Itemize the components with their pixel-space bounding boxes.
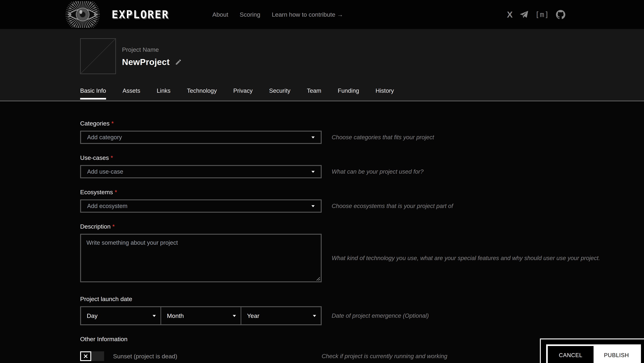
day-value: Day bbox=[87, 312, 98, 319]
resize-handle-icon[interactable] bbox=[316, 276, 320, 281]
toggle-x-icon bbox=[80, 351, 91, 361]
sunset-toggle[interactable] bbox=[80, 351, 104, 361]
basic-info-form: Categories* Add category Choose categori… bbox=[0, 101, 644, 361]
launch-date-row: Project launch date Day Month Year Date … bbox=[80, 295, 644, 325]
main-nav: About Scoring Learn how to contribute → bbox=[212, 11, 343, 18]
description-textarea-wrap bbox=[80, 234, 322, 282]
ecosystems-select[interactable]: Add ecosystem bbox=[80, 199, 322, 213]
description-row: Description* What kind of technology you… bbox=[80, 223, 644, 282]
project-avatar-placeholder[interactable] bbox=[80, 38, 116, 74]
cancel-button[interactable]: CANCEL bbox=[548, 346, 594, 363]
social-links: X [m] bbox=[507, 9, 565, 20]
launch-date-group: Day Month Year bbox=[80, 306, 322, 325]
sunset-label: Sunset (project is dead) bbox=[113, 353, 177, 360]
project-header-section: Project Name NewProject Basic Info Asset… bbox=[0, 29, 644, 101]
tab-history[interactable]: History bbox=[376, 87, 394, 100]
tab-technology[interactable]: Technology bbox=[187, 87, 217, 100]
chevron-down-icon bbox=[313, 315, 316, 317]
categories-label: Categories* bbox=[80, 120, 644, 127]
nav-about[interactable]: About bbox=[212, 11, 228, 18]
toggle-track bbox=[91, 351, 104, 361]
usecases-select[interactable]: Add use-case bbox=[80, 165, 322, 178]
year-value: Year bbox=[247, 312, 260, 319]
categories-select[interactable]: Add category bbox=[80, 131, 322, 144]
categories-row: Categories* Add category Choose categori… bbox=[80, 120, 644, 144]
nav-contribute[interactable]: Learn how to contribute → bbox=[272, 11, 343, 18]
ecosystems-row: Ecosystems* Add ecosystem Choose ecosyst… bbox=[80, 189, 644, 213]
sunset-helper: Check if project is currently running an… bbox=[322, 353, 448, 359]
description-label: Description* bbox=[80, 223, 644, 230]
brand-wordmark[interactable]: EXPLORER bbox=[112, 8, 169, 21]
description-textarea[interactable] bbox=[81, 235, 321, 281]
edit-pencil-icon[interactable] bbox=[175, 59, 182, 66]
chevron-down-icon bbox=[312, 137, 315, 139]
top-navbar: EXPLORER About Scoring Learn how to cont… bbox=[0, 0, 644, 29]
chevron-down-icon bbox=[152, 315, 156, 317]
usecases-placeholder: Add use-case bbox=[87, 168, 123, 175]
x-twitter-icon[interactable]: X bbox=[507, 9, 513, 20]
usecases-helper: What can be your project used for? bbox=[332, 168, 424, 175]
eye-logo-icon[interactable] bbox=[64, 1, 102, 28]
month-value: Month bbox=[167, 312, 184, 319]
required-asterisk: * bbox=[111, 154, 113, 161]
ecosystems-placeholder: Add ecosystem bbox=[87, 203, 128, 209]
chevron-down-icon bbox=[312, 171, 315, 173]
usecases-label: Use-cases* bbox=[80, 154, 644, 161]
tab-team[interactable]: Team bbox=[307, 87, 321, 100]
tab-privacy[interactable]: Privacy bbox=[233, 87, 252, 100]
required-asterisk: * bbox=[115, 189, 117, 196]
ecosystems-label: Ecosystems* bbox=[80, 189, 644, 196]
chevron-down-icon bbox=[233, 315, 236, 317]
launch-date-helper: Date of project emergence (Optional) bbox=[332, 312, 429, 319]
ecosystems-helper: Choose ecosystems that is your project p… bbox=[332, 203, 453, 209]
publish-button[interactable]: PUBLISH bbox=[594, 346, 639, 363]
matrix-icon[interactable]: [m] bbox=[535, 9, 549, 20]
project-name: NewProject bbox=[122, 57, 170, 67]
nav-scoring[interactable]: Scoring bbox=[240, 11, 260, 18]
project-name-label: Project Name bbox=[122, 46, 182, 53]
categories-helper: Choose categories that fits your project bbox=[332, 134, 434, 141]
publish-button-group: CANCEL PUBLISH bbox=[546, 344, 641, 363]
chevron-down-icon bbox=[312, 205, 315, 207]
categories-placeholder: Add category bbox=[87, 134, 122, 141]
description-helper: What kind of technology you use, what ar… bbox=[332, 255, 600, 261]
tab-assets[interactable]: Assets bbox=[122, 87, 140, 100]
launch-date-label: Project launch date bbox=[80, 295, 644, 303]
required-asterisk: * bbox=[112, 223, 115, 230]
publish-action-bar: CANCEL PUBLISH bbox=[540, 338, 644, 363]
github-icon[interactable] bbox=[556, 9, 565, 20]
tab-funding[interactable]: Funding bbox=[338, 87, 359, 100]
day-select[interactable]: Day bbox=[81, 307, 161, 324]
project-tabs: Basic Info Assets Links Technology Priva… bbox=[80, 87, 644, 100]
year-select[interactable]: Year bbox=[241, 307, 321, 324]
month-select[interactable]: Month bbox=[161, 307, 241, 324]
tab-security[interactable]: Security bbox=[269, 87, 290, 100]
tab-basic-info[interactable]: Basic Info bbox=[80, 87, 106, 100]
tab-links[interactable]: Links bbox=[157, 87, 170, 100]
telegram-icon[interactable] bbox=[520, 9, 528, 20]
required-asterisk: * bbox=[111, 120, 114, 127]
usecases-row: Use-cases* Add use-case What can be your… bbox=[80, 154, 644, 178]
